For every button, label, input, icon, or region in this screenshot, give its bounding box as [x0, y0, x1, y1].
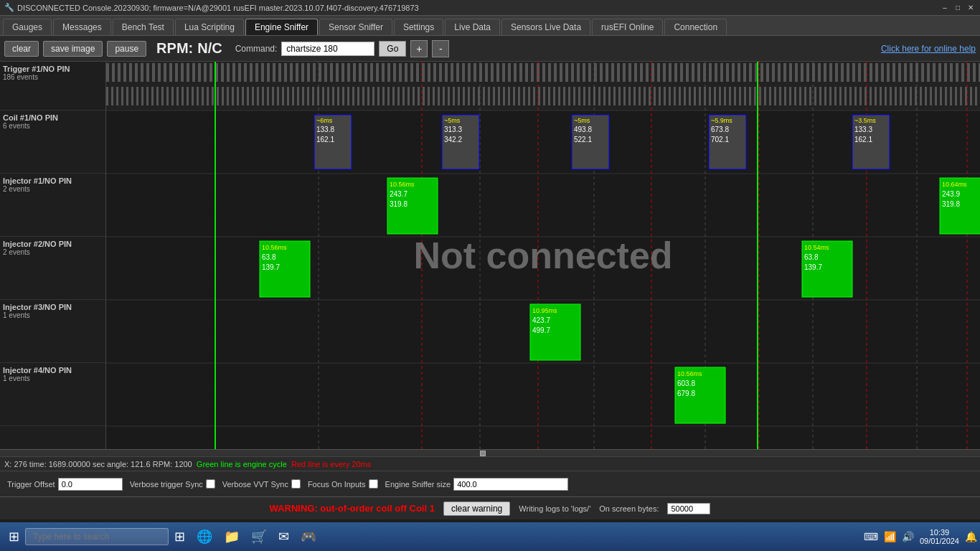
tab-live-data[interactable]: Live Data	[445, 19, 500, 35]
svg-text:~5ms: ~5ms	[444, 117, 461, 124]
network-icon[interactable]: 📶	[884, 531, 896, 542]
svg-text:10.95ms: 10.95ms	[532, 307, 557, 314]
svg-text:603.8: 603.8	[677, 380, 695, 387]
status-green: Green line is engine cycle	[197, 460, 287, 468]
svg-text:673.8: 673.8	[711, 126, 729, 133]
focus-inputs-label: Focus On Inputs	[308, 480, 366, 489]
taskbar-icon-app[interactable]: 🎮	[295, 526, 322, 547]
bottom-controls: Trigger Offset Verbose trigger Sync Verb…	[0, 471, 980, 496]
channel-labels: Trigger #1/NO PIN 186 events Coil #1/NO …	[0, 62, 106, 449]
svg-text:~3.5ms: ~3.5ms	[854, 117, 876, 124]
rpm-value: N/C	[197, 40, 222, 57]
taskbar-right: ⌨ 📶 🔊 10:39 09/01/2024 🔔	[864, 528, 977, 545]
chart-scrollbar[interactable]	[0, 449, 980, 456]
trigger-offset-input[interactable]	[58, 478, 123, 491]
zoom-out-button[interactable]: -	[432, 40, 449, 57]
svg-text:133.3: 133.3	[854, 126, 872, 133]
screen-bytes-input[interactable]	[667, 503, 710, 514]
notification-icon[interactable]: 🔔	[965, 531, 977, 542]
svg-text:243.7: 243.7	[390, 190, 407, 198]
tab-connection[interactable]: Connection	[664, 19, 727, 35]
trigger-offset-label: Trigger Offset	[7, 480, 55, 489]
svg-text:679.8: 679.8	[677, 390, 695, 397]
scrollbar-thumb[interactable]	[480, 451, 486, 456]
svg-text:522.1: 522.1	[574, 136, 592, 143]
tab-settings[interactable]: Settings	[394, 19, 443, 35]
taskbar-icon-mail[interactable]: ✉	[273, 526, 295, 547]
start-button[interactable]: ⊞	[3, 526, 25, 547]
clear-button[interactable]: clear	[4, 41, 39, 57]
taskbar-icon-store[interactable]: 🛒	[245, 526, 273, 547]
svg-rect-9	[106, 87, 980, 105]
verbose-trigger-label: Verbose trigger Sync	[130, 480, 203, 489]
minimize-button[interactable]: –	[940, 3, 950, 13]
channel-coil1: Coil #1/NO PIN 6 events	[0, 110, 105, 174]
time-display[interactable]: 10:39 09/01/2024	[920, 528, 959, 545]
tab-bar: Gauges Messages Bench Test Lua Scripting…	[0, 16, 980, 36]
title-label: DISCONNECTED Console.20230930; firmware=…	[17, 4, 419, 12]
title-bar: 🔧 DISCONNECTED Console.20230930; firmwar…	[0, 0, 980, 16]
chart-svg: // Will be rendered inline	[106, 62, 980, 449]
ch-trigger1-events: 186 events	[3, 73, 103, 81]
tab-sensors-live-data[interactable]: Sensors Live Data	[501, 19, 590, 35]
verbose-vvt-group: Verbose VVT Sync	[222, 479, 301, 489]
engine-sniffer-size-input[interactable]	[453, 478, 568, 491]
tab-engine-sniffer[interactable]: Engine Sniffer	[245, 19, 318, 35]
writing-logs-text: Writing logs to 'logs/'	[519, 504, 590, 513]
verbose-vvt-checkbox[interactable]	[291, 479, 301, 489]
chart-area[interactable]: // Will be rendered inline	[106, 62, 980, 449]
svg-text:423.7: 423.7	[532, 316, 550, 324]
help-link[interactable]: Click here for online help	[881, 44, 976, 54]
svg-text:702.1: 702.1	[711, 136, 729, 143]
engine-sniffer-size-label: Engine Sniffer size	[385, 480, 451, 489]
close-button[interactable]: ✕	[966, 3, 976, 13]
tab-lua-scripting[interactable]: Lua Scripting	[175, 19, 244, 35]
taskbar-icon-edge[interactable]: 🌐	[191, 526, 218, 547]
engine-sniffer-size-group: Engine Sniffer size	[385, 478, 569, 491]
svg-text:~6ms: ~6ms	[316, 117, 333, 124]
title-text: 🔧 DISCONNECTED Console.20230930; firmwar…	[4, 3, 419, 12]
clock-date: 09/01/2024	[920, 537, 959, 545]
search-input[interactable]	[25, 528, 169, 545]
svg-text:493.8: 493.8	[574, 126, 592, 133]
ch-coil1-events: 6 events	[3, 122, 103, 130]
channel-trigger1: Trigger #1/NO PIN 186 events	[0, 62, 105, 110]
svg-text:162.1: 162.1	[854, 136, 872, 143]
clear-warning-button[interactable]: clear warning	[443, 501, 510, 516]
svg-text:63.8: 63.8	[804, 253, 819, 261]
keyboard-icon[interactable]: ⌨	[864, 531, 878, 542]
app-icon: 🔧	[4, 3, 14, 12]
svg-text:499.7: 499.7	[532, 326, 550, 334]
channel-inj4: Injector #4/NO PIN 1 events	[0, 363, 105, 426]
tab-sensor-sniffer[interactable]: Sensor Sniffer	[319, 19, 392, 35]
ch-inj2-name: Injector #2/NO PIN	[3, 240, 103, 248]
command-input[interactable]	[281, 42, 374, 56]
tab-rusefi-online[interactable]: rusEFI Online	[592, 19, 663, 35]
warning-bar: WARNING: out-of-order coil off Coil 1 cl…	[0, 496, 980, 519]
tab-bench-test[interactable]: Bench Test	[113, 19, 174, 35]
verbose-trigger-checkbox[interactable]	[206, 479, 215, 489]
toolbar: clear save image pause RPM: N/C Command:…	[0, 36, 980, 62]
ch-inj1-events: 2 events	[3, 185, 103, 193]
svg-text:319.8: 319.8	[390, 200, 407, 208]
svg-text:319.8: 319.8	[942, 200, 960, 208]
tab-messages[interactable]: Messages	[53, 19, 111, 35]
svg-text:10.56ms: 10.56ms	[390, 181, 415, 188]
save-image-button[interactable]: save image	[43, 41, 103, 57]
svg-text:313.3: 313.3	[444, 126, 462, 133]
tab-gauges[interactable]: Gauges	[3, 19, 52, 35]
taskbar-icon-task-view[interactable]: ⊞	[169, 526, 191, 547]
go-button[interactable]: Go	[379, 41, 406, 57]
verbose-vvt-label: Verbose VVT Sync	[222, 480, 288, 489]
svg-text:139.7: 139.7	[804, 263, 822, 271]
volume-icon[interactable]: 🔊	[902, 531, 914, 542]
taskbar-icon-explorer[interactable]: 📁	[218, 526, 245, 547]
zoom-in-button[interactable]: +	[410, 40, 428, 57]
focus-inputs-checkbox[interactable]	[369, 479, 378, 489]
main-area: Trigger #1/NO PIN 186 events Coil #1/NO …	[0, 62, 980, 449]
maximize-button[interactable]: □	[953, 3, 963, 13]
svg-text:133.8: 133.8	[316, 126, 334, 133]
svg-text:~5ms: ~5ms	[574, 117, 590, 124]
ch-inj1-name: Injector #1/NO PIN	[3, 176, 103, 185]
pause-button[interactable]: pause	[107, 41, 146, 57]
